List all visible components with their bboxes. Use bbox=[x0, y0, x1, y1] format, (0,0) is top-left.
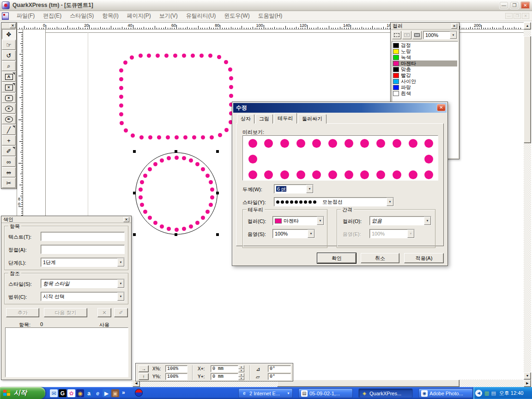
network-status-icon[interactable]: ▥ bbox=[484, 390, 489, 396]
chevron-down-icon[interactable]: ▼ bbox=[117, 258, 124, 266]
picture-box-tool[interactable]: × bbox=[2, 82, 16, 92]
scroll-down-icon[interactable]: ▼ bbox=[524, 372, 531, 380]
cancel-button[interactable]: 취소 bbox=[361, 253, 399, 263]
tab-테두리[interactable]: 테두리 bbox=[274, 113, 297, 124]
chevron-down-icon[interactable]: ▼ bbox=[424, 217, 431, 225]
selection-handle[interactable] bbox=[216, 192, 219, 194]
index-palette-close-icon[interactable]: ✕ bbox=[123, 217, 129, 222]
x-scale-field[interactable]: 100% bbox=[165, 365, 187, 372]
item-tool[interactable]: ✥ bbox=[2, 29, 16, 39]
outlook-express-icon[interactable]: ✉ bbox=[50, 389, 58, 397]
modify-dialog-close-icon[interactable]: ✕ bbox=[437, 104, 446, 111]
rotation-tool[interactable]: ↺ bbox=[2, 50, 16, 60]
oval-picture-box-tool[interactable]: × bbox=[2, 103, 16, 114]
menu-item[interactable]: 도움말(H) bbox=[254, 11, 287, 21]
scope-combo[interactable]: 시작 선택 ▼ bbox=[41, 292, 125, 301]
menu-item[interactable]: 윈도우(W) bbox=[220, 11, 254, 21]
media-app-icon[interactable]: ◉ bbox=[76, 389, 84, 397]
flower-app-icon[interactable]: ✿ bbox=[67, 389, 75, 397]
shade-mode-icon[interactable] bbox=[412, 31, 422, 39]
tool-palette-close-icon[interactable]: ✕ bbox=[10, 23, 16, 28]
add-entry-button[interactable]: 추가 bbox=[6, 308, 39, 317]
linking-tool[interactable]: ∞ bbox=[2, 157, 16, 167]
chevron-down-icon[interactable]: ▼ bbox=[317, 217, 324, 225]
unlinking-tool[interactable]: ∞ bbox=[2, 167, 16, 177]
find-next-button[interactable]: 다음 찾기 bbox=[44, 308, 87, 317]
chevron-down-icon[interactable]: ▼ bbox=[308, 230, 314, 238]
chevron-down-icon[interactable]: ▼ bbox=[117, 292, 124, 301]
restore-button[interactable]: ❐ bbox=[510, 1, 519, 9]
y-offset-stepper[interactable]: ▲▼ bbox=[238, 373, 244, 380]
text-input[interactable] bbox=[41, 232, 125, 241]
menu-item[interactable]: 페이지(P) bbox=[123, 11, 155, 21]
color-shade-combo[interactable]: 100% ▼ bbox=[423, 31, 457, 39]
frame-color-mode-icon[interactable] bbox=[392, 31, 401, 39]
taskbar-document[interactable]: ▤05-09-02-1,... bbox=[298, 388, 353, 398]
tab-상자[interactable]: 상자 bbox=[237, 114, 254, 124]
menu-item[interactable]: 항목(I) bbox=[98, 11, 122, 21]
chevron-down-icon[interactable]: ▼ bbox=[287, 392, 290, 395]
menu-item[interactable]: 스타일(S) bbox=[66, 11, 98, 21]
text-path-tool[interactable]: ✐ bbox=[2, 146, 16, 156]
zoom-tool[interactable]: ⌕ bbox=[2, 61, 16, 71]
taskbar-internet-explorer[interactable]: e2 Internet E...▼ bbox=[238, 388, 293, 398]
menu-item[interactable]: 편집(E) bbox=[39, 11, 66, 21]
portrait-image-icon[interactable]: ▣ bbox=[111, 389, 119, 397]
sort-input[interactable] bbox=[41, 245, 125, 254]
taskbar-photoshop[interactable]: ◉Adobe Photo... bbox=[418, 388, 473, 398]
x-offset-field[interactable]: 0 mm bbox=[211, 365, 238, 372]
selection-handle[interactable] bbox=[175, 233, 177, 236]
ok-button[interactable]: 확인 bbox=[317, 253, 356, 263]
skew-field[interactable]: 0° bbox=[268, 373, 291, 380]
flip-vertical-icon[interactable]: ↑ bbox=[139, 373, 149, 380]
selection-handle[interactable] bbox=[133, 233, 136, 236]
tab-그림[interactable]: 그림 bbox=[255, 114, 273, 124]
delete-entry-icon[interactable]: ✕ bbox=[97, 308, 111, 317]
colors-palette-close-icon[interactable]: ✕ bbox=[451, 24, 457, 29]
rounded-picture-box-tool[interactable]: × bbox=[2, 93, 16, 103]
scroll-up-icon[interactable]: ▲ bbox=[524, 22, 531, 30]
tray-chevron-icon[interactable]: ◀ bbox=[475, 390, 482, 397]
vertical-scrollbar-thumb[interactable] bbox=[524, 36, 531, 143]
acrobat-icon[interactable]: a bbox=[85, 389, 93, 397]
scroll-right-icon[interactable]: ▶ bbox=[524, 380, 531, 387]
ime-taegeuk-icon[interactable] bbox=[135, 389, 143, 397]
menu-item[interactable]: 보기(V) bbox=[155, 11, 182, 21]
chevron-down-icon[interactable]: ▼ bbox=[450, 31, 457, 39]
scissors-tool[interactable]: ✂ bbox=[2, 178, 16, 188]
y-offset-field[interactable]: 0 mm bbox=[211, 373, 238, 380]
flip-horizontal-icon[interactable]: → bbox=[139, 365, 149, 372]
frame-color-combo[interactable]: 마젠타 ▼ bbox=[272, 216, 324, 225]
style-combo[interactable]: 모눈점선 ▼ bbox=[274, 197, 394, 206]
internet-explorer-icon[interactable]: e bbox=[94, 389, 102, 397]
start-button[interactable]: 시작 bbox=[0, 387, 45, 399]
photo-app-icon[interactable]: G bbox=[59, 389, 66, 397]
colors-palette-titlebar[interactable]: 컬러 ✕ bbox=[391, 23, 459, 30]
line-tool[interactable]: ╱ bbox=[2, 125, 16, 135]
selection-handle[interactable] bbox=[216, 233, 219, 236]
windows-media-player-icon[interactable]: ▶ bbox=[103, 389, 110, 397]
selection-handle[interactable] bbox=[216, 150, 219, 153]
menu-item[interactable]: 파일(F) bbox=[12, 11, 39, 21]
taskbar-quarkxpress[interactable]: ◈QuarkXPres... bbox=[358, 388, 413, 398]
close-button[interactable]: ✕ bbox=[520, 1, 530, 9]
width-combo[interactable]: 6 pt ▼ bbox=[274, 184, 314, 193]
x-offset-stepper[interactable]: ▲▼ bbox=[238, 365, 244, 372]
modify-dialog-titlebar[interactable]: 수정 bbox=[233, 103, 447, 113]
frame-shade-combo[interactable]: 100% ▼ bbox=[272, 229, 315, 238]
apply-button[interactable]: 적용(A) bbox=[404, 253, 444, 263]
selection-handle[interactable] bbox=[133, 192, 136, 194]
content-tool[interactable]: ☞ bbox=[2, 40, 16, 50]
color-item-흰색[interactable]: 흰색 bbox=[393, 91, 457, 97]
chevron-down-icon[interactable]: ▼ bbox=[117, 279, 124, 288]
level-combo[interactable]: 1단계 ▼ bbox=[41, 258, 125, 267]
windows-update-icon[interactable]: ▤ bbox=[491, 390, 496, 396]
bezier-picture-box-tool[interactable]: ✒ bbox=[2, 114, 16, 124]
horizontal-scrollbar-thumb[interactable] bbox=[277, 380, 459, 387]
gap-color-combo[interactable]: 없음 ▼ bbox=[369, 216, 431, 225]
chevron-down-icon[interactable]: ▼ bbox=[306, 185, 313, 193]
tab-둘러싸기[interactable]: 둘러싸기 bbox=[298, 114, 326, 124]
menu-item[interactable]: 유틸리티(U) bbox=[182, 11, 220, 21]
edit-entry-icon[interactable]: ✐ bbox=[114, 308, 128, 317]
quick-launch-overflow-chevron[interactable]: » bbox=[122, 389, 125, 396]
